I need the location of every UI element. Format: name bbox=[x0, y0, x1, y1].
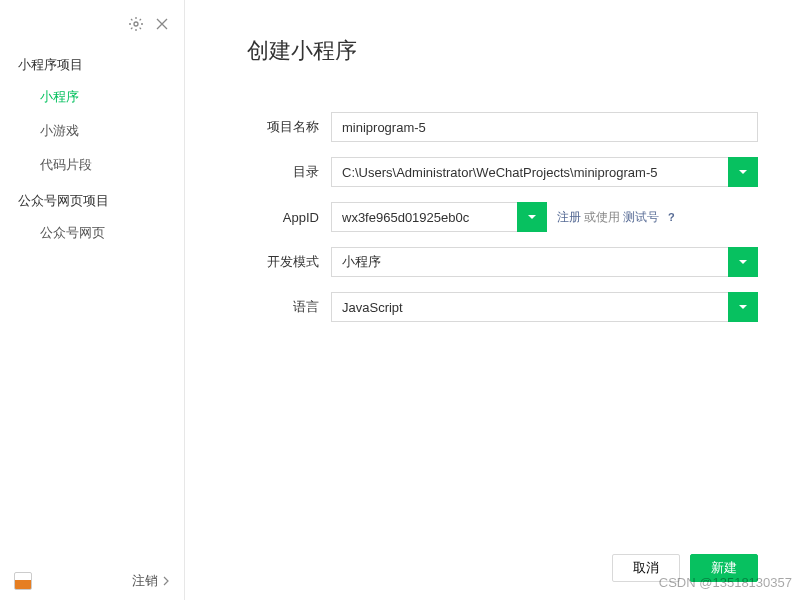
row-project-name: 项目名称 bbox=[247, 112, 758, 142]
row-appid: AppID wx3fe965d01925eb0c 注册 或使用 测试号 ? bbox=[247, 202, 758, 232]
logout-button[interactable]: 注销 bbox=[132, 572, 170, 590]
footer-bar: 取消 新建 bbox=[247, 540, 758, 600]
input-directory[interactable]: C:\Users\Administrator\WeChatProjects\mi… bbox=[331, 157, 728, 187]
logout-label: 注销 bbox=[132, 572, 158, 590]
appid-dropdown-button[interactable] bbox=[517, 202, 547, 232]
cancel-button[interactable]: 取消 bbox=[612, 554, 680, 582]
sidebar-item-miniprogram[interactable]: 小程序 bbox=[0, 80, 184, 114]
row-directory: 目录 C:\Users\Administrator\WeChatProjects… bbox=[247, 157, 758, 187]
chevron-down-icon bbox=[527, 212, 537, 222]
sidebar-item-snippet[interactable]: 代码片段 bbox=[0, 148, 184, 182]
close-icon[interactable] bbox=[154, 16, 170, 32]
label-language: 语言 bbox=[247, 298, 319, 316]
sidebar: 小程序项目 小程序 小游戏 代码片段 公众号网页项目 公众号网页 注销 bbox=[0, 0, 185, 600]
link-test-account[interactable]: 测试号 bbox=[623, 209, 659, 226]
label-directory: 目录 bbox=[247, 163, 319, 181]
avatar[interactable] bbox=[14, 572, 32, 590]
input-project-name[interactable] bbox=[331, 112, 758, 142]
sidebar-item-official-account[interactable]: 公众号网页 bbox=[0, 216, 184, 250]
language-dropdown-button[interactable] bbox=[728, 292, 758, 322]
chevron-right-icon bbox=[162, 576, 170, 586]
label-dev-mode: 开发模式 bbox=[247, 253, 319, 271]
confirm-button[interactable]: 新建 bbox=[690, 554, 758, 582]
sidebar-section-title: 公众号网页项目 bbox=[0, 182, 184, 216]
page-title: 创建小程序 bbox=[247, 36, 758, 66]
sidebar-header bbox=[0, 10, 184, 46]
chevron-down-icon bbox=[738, 257, 748, 267]
directory-dropdown-button[interactable] bbox=[728, 157, 758, 187]
row-dev-mode: 开发模式 小程序 bbox=[247, 247, 758, 277]
select-language[interactable]: JavaScript bbox=[331, 292, 728, 322]
dev-mode-dropdown-button[interactable] bbox=[728, 247, 758, 277]
gear-icon[interactable] bbox=[128, 16, 144, 32]
appid-extra: 注册 或使用 测试号 ? bbox=[557, 209, 675, 226]
svg-point-0 bbox=[134, 22, 138, 26]
label-appid: AppID bbox=[247, 210, 319, 225]
input-appid[interactable]: wx3fe965d01925eb0c bbox=[331, 202, 517, 232]
link-register[interactable]: 注册 bbox=[557, 209, 581, 226]
sidebar-section-title: 小程序项目 bbox=[0, 46, 184, 80]
chevron-down-icon bbox=[738, 302, 748, 312]
label-project-name: 项目名称 bbox=[247, 118, 319, 136]
select-dev-mode[interactable]: 小程序 bbox=[331, 247, 728, 277]
sidebar-item-minigame[interactable]: 小游戏 bbox=[0, 114, 184, 148]
main: 创建小程序 项目名称 目录 C:\Users\Administrator\WeC… bbox=[185, 0, 800, 600]
chevron-down-icon bbox=[738, 167, 748, 177]
help-icon[interactable]: ? bbox=[668, 211, 675, 223]
row-language: 语言 JavaScript bbox=[247, 292, 758, 322]
text-or-use: 或使用 bbox=[584, 209, 620, 226]
sidebar-footer: 注销 bbox=[0, 562, 184, 600]
